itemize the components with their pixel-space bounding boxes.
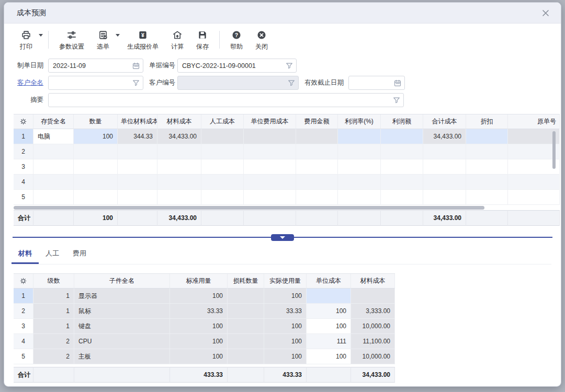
cell[interactable]: 34,433.00 [423,129,466,144]
cell[interactable] [307,289,351,304]
cell[interactable] [296,144,338,159]
cell[interactable]: 10,000.00 [351,319,395,334]
cell[interactable] [201,144,244,159]
cell[interactable] [466,129,508,144]
cell[interactable] [466,159,508,175]
cell[interactable] [244,190,296,205]
cell[interactable] [351,289,395,304]
cell[interactable]: 34,433.00 [423,210,466,226]
cell[interactable] [118,190,157,205]
cell[interactable]: CPU [74,334,170,349]
cell[interactable] [118,210,157,226]
cell[interactable]: 2 [33,334,74,349]
close-icon[interactable] [541,8,550,18]
cell[interactable]: 11,100.00 [351,334,395,349]
cell[interactable] [201,129,244,144]
print-dropdown-caret-icon[interactable] [39,34,43,37]
cell[interactable] [423,175,466,190]
horizontal-scrollbar[interactable] [14,205,551,210]
date-input[interactable] [49,59,130,72]
calendar-icon[interactable] [393,79,402,87]
cell[interactable]: 4 [14,175,33,190]
cell[interactable] [33,159,74,175]
customer-name-field[interactable] [48,76,143,90]
cell[interactable]: 100 [307,349,351,364]
cell[interactable]: 100 [170,349,228,364]
cell[interactable] [228,319,264,334]
cell[interactable] [466,144,508,159]
cell[interactable]: 2 [14,144,33,159]
cell[interactable] [244,144,296,159]
tab-labor[interactable]: 人工 [39,246,66,264]
cell[interactable] [423,190,466,205]
summary-field[interactable] [48,93,404,107]
cell[interactable]: 100 [264,334,307,349]
cell[interactable] [296,190,338,205]
generate-quote-button[interactable]: ¥ 生成报价单 [127,30,159,51]
cell[interactable] [33,367,74,383]
cell[interactable] [244,175,296,190]
collapse-button[interactable] [271,234,294,241]
cell[interactable] [338,144,381,159]
vertical-scrollbar[interactable] [552,130,556,209]
cell[interactable]: 100 [170,289,228,304]
cell[interactable] [338,129,381,144]
cell[interactable] [201,210,244,226]
params-settings-button[interactable]: 参数设置 [59,30,84,51]
cell[interactable] [381,144,423,159]
cell[interactable]: 33.33 [264,304,307,319]
valid-until-input[interactable] [349,76,392,89]
column-settings-button[interactable] [14,114,33,129]
cell[interactable] [296,210,338,226]
cell[interactable]: 1 [33,319,74,334]
vertical-scrollbar-thumb[interactable] [552,131,556,169]
cell[interactable] [228,367,264,383]
cell[interactable]: 5 [14,190,33,205]
cell[interactable]: 1 [33,304,74,319]
doc-no-field[interactable] [177,59,297,73]
cell[interactable] [381,190,423,205]
cell[interactable]: 3,333.00 [351,304,395,319]
cell[interactable]: 合计 [14,210,33,226]
cell[interactable] [338,210,381,226]
cell[interactable] [244,210,296,226]
cell[interactable] [466,175,508,190]
summary-input[interactable] [49,94,391,107]
doc-no-input[interactable] [178,59,284,72]
cell[interactable] [118,159,157,175]
customer-name-input[interactable] [49,76,130,89]
pick-order-button[interactable]: 选单 [97,30,109,51]
cell[interactable] [338,175,381,190]
cell[interactable]: 100 [264,319,307,334]
cell[interactable] [466,190,508,205]
cell[interactable] [381,159,423,175]
cell[interactable] [228,289,264,304]
cell[interactable] [74,144,118,159]
cell[interactable] [74,175,118,190]
cell[interactable] [423,159,466,175]
cell[interactable] [244,129,296,144]
cell[interactable] [423,144,466,159]
cell[interactable]: 显示器 [74,289,170,304]
cell[interactable]: 100 [264,289,307,304]
cell[interactable]: 100 [170,319,228,334]
print-button[interactable]: 打印 [20,30,32,51]
help-button[interactable]: ? 帮助 [230,30,243,51]
calendar-icon[interactable] [132,62,140,70]
cell[interactable] [118,175,157,190]
cell[interactable]: 电脑 [33,129,74,144]
cell[interactable]: 3 [14,159,33,175]
cell[interactable]: 100 [307,319,351,334]
cell[interactable] [33,144,74,159]
cell[interactable] [157,144,201,159]
cell[interactable] [201,175,244,190]
tab-expense[interactable]: 费用 [66,246,93,264]
cell[interactable] [466,210,508,226]
cell[interactable]: 3 [14,319,33,334]
cell[interactable]: 2 [14,304,33,319]
cell[interactable] [33,190,74,205]
cell[interactable] [508,210,560,226]
cell[interactable]: 10,000.00 [351,349,395,364]
cell[interactable] [338,159,381,175]
cell[interactable]: 433.33 [264,367,307,383]
